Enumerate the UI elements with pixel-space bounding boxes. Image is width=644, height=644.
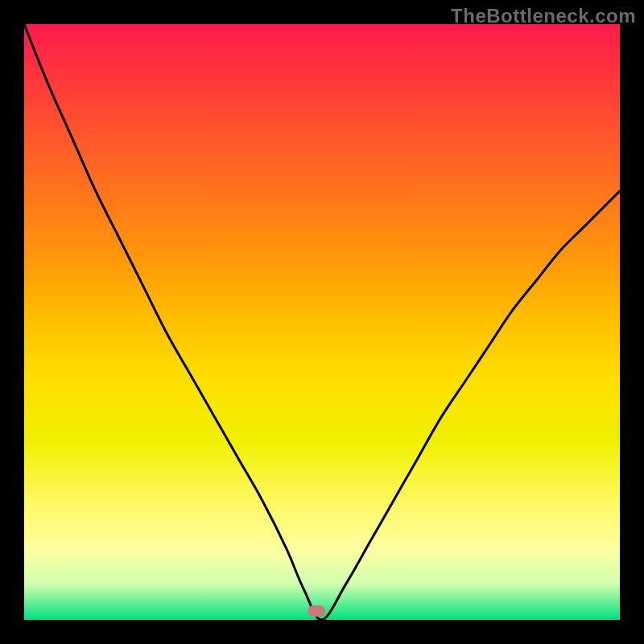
chart-plot-area bbox=[24, 24, 620, 620]
chart-minimum-marker bbox=[308, 605, 325, 617]
chart-frame: TheBottleneck.com bbox=[0, 0, 644, 644]
chart-curve bbox=[24, 24, 620, 620]
chart-curve-svg bbox=[24, 24, 620, 620]
